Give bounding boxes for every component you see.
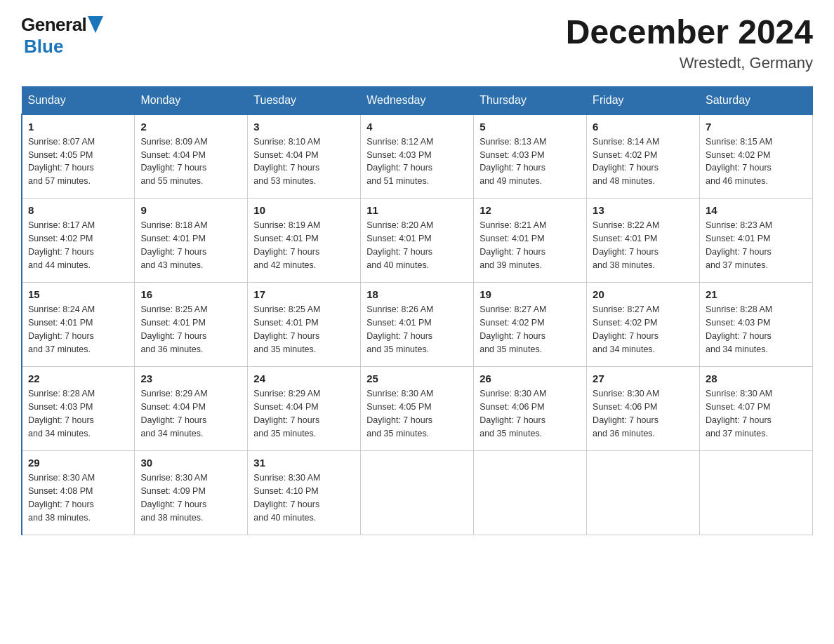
- calendar-subtitle: Wrestedt, Germany: [566, 54, 813, 72]
- day-number: 26: [479, 373, 581, 384]
- table-row: 22Sunrise: 8:28 AMSunset: 4:03 PMDayligh…: [22, 367, 135, 451]
- table-row: 13Sunrise: 8:22 AMSunset: 4:01 PMDayligh…: [587, 199, 700, 283]
- day-info: Sunrise: 8:25 AMSunset: 4:01 PMDaylight:…: [253, 303, 355, 356]
- table-row: 31Sunrise: 8:30 AMSunset: 4:10 PMDayligh…: [248, 451, 361, 535]
- day-info: Sunrise: 8:30 AMSunset: 4:06 PMDaylight:…: [593, 387, 694, 440]
- day-number: 14: [706, 204, 807, 216]
- svg-marker-0: [88, 16, 103, 33]
- table-row: 15Sunrise: 8:24 AMSunset: 4:01 PMDayligh…: [22, 283, 135, 367]
- day-number: 15: [28, 288, 128, 300]
- day-number: 3: [253, 121, 355, 133]
- day-number: 1: [28, 121, 128, 133]
- day-number: 27: [593, 373, 694, 384]
- table-row: 24Sunrise: 8:29 AMSunset: 4:04 PMDayligh…: [248, 367, 361, 451]
- day-number: 13: [593, 204, 694, 216]
- logo-general: General: [21, 14, 86, 36]
- day-number: 5: [479, 121, 581, 133]
- day-number: 20: [593, 288, 694, 300]
- calendar-week-row: 1Sunrise: 8:07 AMSunset: 4:05 PMDaylight…: [22, 114, 813, 199]
- table-row: 14Sunrise: 8:23 AMSunset: 4:01 PMDayligh…: [700, 199, 813, 283]
- table-row: 6Sunrise: 8:14 AMSunset: 4:02 PMDaylight…: [587, 114, 700, 199]
- day-info: Sunrise: 8:28 AMSunset: 4:03 PMDaylight:…: [28, 387, 128, 440]
- table-row: 25Sunrise: 8:30 AMSunset: 4:05 PMDayligh…: [361, 367, 474, 451]
- day-number: 23: [140, 373, 241, 384]
- day-number: 16: [140, 288, 241, 300]
- day-number: 22: [28, 373, 128, 384]
- day-info: Sunrise: 8:20 AMSunset: 4:01 PMDaylight:…: [366, 219, 468, 271]
- calendar-title: December 2024: [566, 14, 813, 51]
- day-number: 31: [253, 457, 355, 469]
- day-info: Sunrise: 8:22 AMSunset: 4:01 PMDaylight:…: [593, 219, 694, 271]
- day-number: 2: [140, 121, 241, 133]
- day-number: 29: [28, 457, 128, 469]
- day-info: Sunrise: 8:12 AMSunset: 4:03 PMDaylight:…: [366, 135, 468, 188]
- day-number: 28: [706, 373, 807, 384]
- table-row: 10Sunrise: 8:19 AMSunset: 4:01 PMDayligh…: [248, 199, 361, 283]
- day-info: Sunrise: 8:13 AMSunset: 4:03 PMDaylight:…: [479, 135, 581, 188]
- calendar-table: Sunday Monday Tuesday Wednesday Thursday…: [21, 86, 813, 536]
- logo-blue: Blue: [24, 36, 63, 57]
- day-info: Sunrise: 8:15 AMSunset: 4:02 PMDaylight:…: [706, 135, 807, 188]
- table-row: 2Sunrise: 8:09 AMSunset: 4:04 PMDaylight…: [135, 114, 248, 199]
- day-info: Sunrise: 8:29 AMSunset: 4:04 PMDaylight:…: [253, 387, 355, 440]
- day-number: 8: [28, 204, 128, 216]
- page-header: General Blue December 2024 Wrestedt, Ger…: [21, 14, 813, 72]
- header-tuesday: Tuesday: [248, 86, 361, 114]
- table-row: 30Sunrise: 8:30 AMSunset: 4:09 PMDayligh…: [135, 451, 248, 535]
- day-number: 19: [479, 288, 581, 300]
- table-row: 29Sunrise: 8:30 AMSunset: 4:08 PMDayligh…: [22, 451, 135, 535]
- day-info: Sunrise: 8:25 AMSunset: 4:01 PMDaylight:…: [140, 303, 241, 356]
- table-row: [474, 451, 587, 535]
- table-row: 9Sunrise: 8:18 AMSunset: 4:01 PMDaylight…: [135, 199, 248, 283]
- table-row: 17Sunrise: 8:25 AMSunset: 4:01 PMDayligh…: [248, 283, 361, 367]
- day-number: 25: [366, 373, 468, 384]
- day-info: Sunrise: 8:26 AMSunset: 4:01 PMDaylight:…: [366, 303, 468, 356]
- day-info: Sunrise: 8:30 AMSunset: 4:09 PMDaylight:…: [140, 471, 241, 524]
- logo-triangle-icon: [88, 16, 103, 33]
- logo: General Blue: [21, 14, 103, 58]
- table-row: 5Sunrise: 8:13 AMSunset: 4:03 PMDaylight…: [474, 114, 587, 199]
- day-info: Sunrise: 8:23 AMSunset: 4:01 PMDaylight:…: [706, 219, 807, 271]
- table-row: 4Sunrise: 8:12 AMSunset: 4:03 PMDaylight…: [361, 114, 474, 199]
- table-row: 19Sunrise: 8:27 AMSunset: 4:02 PMDayligh…: [474, 283, 587, 367]
- day-info: Sunrise: 8:30 AMSunset: 4:07 PMDaylight:…: [706, 387, 807, 440]
- table-row: 11Sunrise: 8:20 AMSunset: 4:01 PMDayligh…: [361, 199, 474, 283]
- table-row: 26Sunrise: 8:30 AMSunset: 4:06 PMDayligh…: [474, 367, 587, 451]
- day-info: Sunrise: 8:18 AMSunset: 4:01 PMDaylight:…: [140, 219, 241, 271]
- day-info: Sunrise: 8:29 AMSunset: 4:04 PMDaylight:…: [140, 387, 241, 440]
- calendar-week-row: 22Sunrise: 8:28 AMSunset: 4:03 PMDayligh…: [22, 367, 813, 451]
- day-info: Sunrise: 8:17 AMSunset: 4:02 PMDaylight:…: [28, 219, 128, 271]
- table-row: [700, 451, 813, 535]
- table-row: 28Sunrise: 8:30 AMSunset: 4:07 PMDayligh…: [700, 367, 813, 451]
- day-info: Sunrise: 8:24 AMSunset: 4:01 PMDaylight:…: [28, 303, 128, 356]
- day-number: 11: [366, 204, 468, 216]
- day-number: 17: [253, 288, 355, 300]
- table-row: 12Sunrise: 8:21 AMSunset: 4:01 PMDayligh…: [474, 199, 587, 283]
- day-number: 4: [366, 121, 468, 133]
- day-info: Sunrise: 8:19 AMSunset: 4:01 PMDaylight:…: [253, 219, 355, 271]
- table-row: 3Sunrise: 8:10 AMSunset: 4:04 PMDaylight…: [248, 114, 361, 199]
- day-info: Sunrise: 8:30 AMSunset: 4:06 PMDaylight:…: [479, 387, 581, 440]
- calendar-week-row: 8Sunrise: 8:17 AMSunset: 4:02 PMDaylight…: [22, 199, 813, 283]
- day-info: Sunrise: 8:10 AMSunset: 4:04 PMDaylight:…: [253, 135, 355, 188]
- day-number: 18: [366, 288, 468, 300]
- day-info: Sunrise: 8:30 AMSunset: 4:08 PMDaylight:…: [28, 471, 128, 524]
- table-row: 8Sunrise: 8:17 AMSunset: 4:02 PMDaylight…: [22, 199, 135, 283]
- day-number: 6: [593, 121, 694, 133]
- header-wednesday: Wednesday: [361, 86, 474, 114]
- day-number: 9: [140, 204, 241, 216]
- calendar-week-row: 29Sunrise: 8:30 AMSunset: 4:08 PMDayligh…: [22, 451, 813, 535]
- day-info: Sunrise: 8:27 AMSunset: 4:02 PMDaylight:…: [593, 303, 694, 356]
- table-row: 18Sunrise: 8:26 AMSunset: 4:01 PMDayligh…: [361, 283, 474, 367]
- day-info: Sunrise: 8:28 AMSunset: 4:03 PMDaylight:…: [706, 303, 807, 356]
- table-row: 7Sunrise: 8:15 AMSunset: 4:02 PMDaylight…: [700, 114, 813, 199]
- day-number: 7: [706, 121, 807, 133]
- table-row: [361, 451, 474, 535]
- day-number: 21: [706, 288, 807, 300]
- day-info: Sunrise: 8:07 AMSunset: 4:05 PMDaylight:…: [28, 135, 128, 188]
- table-row: 23Sunrise: 8:29 AMSunset: 4:04 PMDayligh…: [135, 367, 248, 451]
- day-info: Sunrise: 8:27 AMSunset: 4:02 PMDaylight:…: [479, 303, 581, 356]
- table-row: [587, 451, 700, 535]
- header-friday: Friday: [587, 86, 700, 114]
- day-info: Sunrise: 8:21 AMSunset: 4:01 PMDaylight:…: [479, 219, 581, 271]
